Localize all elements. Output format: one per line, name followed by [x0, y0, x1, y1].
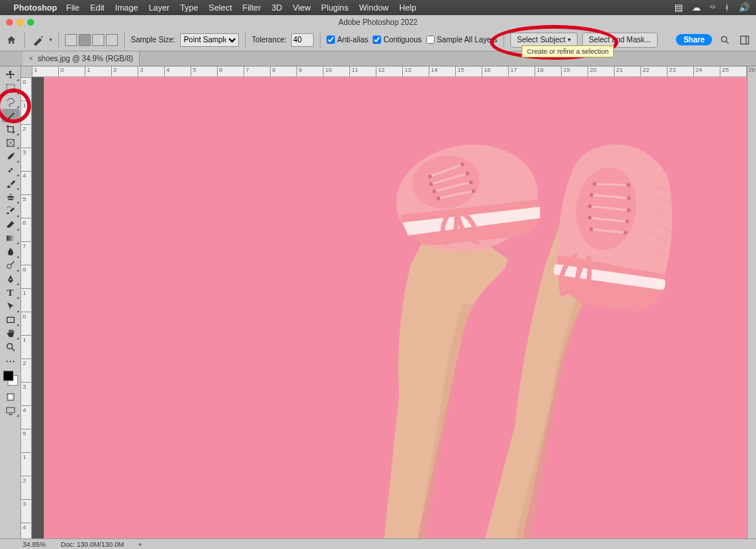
vertical-ruler[interactable]: 01234567810123451234: [21, 77, 32, 538]
marquee-tool[interactable]: [2, 82, 20, 95]
svg-line-1: [727, 41, 729, 43]
svg-point-15: [7, 343, 12, 349]
frame-tool[interactable]: [2, 136, 20, 150]
hand-tool[interactable]: [2, 327, 20, 340]
document-tab-bar: × shoes.jpg @ 34.9% (RGB/8): [0, 51, 756, 67]
selection-add[interactable]: [79, 34, 91, 46]
menu-type[interactable]: Type: [180, 3, 198, 12]
menu-view[interactable]: View: [293, 3, 311, 12]
volume-icon[interactable]: 🔊: [739, 2, 750, 13]
wifi-icon[interactable]: ⌔: [710, 2, 715, 13]
rectangle-tool[interactable]: [2, 313, 20, 327]
zoom-window-button[interactable]: [27, 19, 34, 26]
home-icon[interactable]: [5, 33, 18, 47]
options-bar: ▾ Sample Size: Point Sample Tolerance: A…: [0, 29, 756, 51]
horizontal-ruler[interactable]: 1012345678910111213141516171819202122232…: [32, 67, 747, 77]
cloud-icon[interactable]: ☁: [692, 2, 701, 13]
healing-tool[interactable]: [2, 163, 20, 177]
clone-stamp-tool[interactable]: [2, 191, 20, 204]
close-tab-icon[interactable]: ×: [29, 54, 33, 63]
svg-rect-2: [741, 36, 749, 44]
anti-alias-checkbox[interactable]: Anti-alias: [327, 36, 368, 44]
sample-size-select[interactable]: Point Sample: [180, 33, 239, 47]
document-image[interactable]: [44, 77, 747, 538]
path-selection-tool[interactable]: [2, 299, 20, 313]
selection-subtract[interactable]: [92, 34, 104, 46]
zoom-level[interactable]: 34.85%: [23, 541, 46, 548]
mac-menu-bar: Photoshop File Edit Image Layer Type Sel…: [0, 0, 756, 15]
tooltip: Create or refine a selection: [522, 45, 614, 57]
contiguous-checkbox[interactable]: Contiguous: [373, 36, 422, 44]
tool-preset-icon[interactable]: [31, 33, 45, 47]
tools-panel: T ⋯: [0, 67, 21, 538]
menu-image[interactable]: Image: [115, 3, 138, 12]
svg-rect-14: [7, 318, 14, 323]
tolerance-label: Tolerance:: [252, 36, 287, 44]
selection-intersect[interactable]: [106, 34, 118, 46]
menu-help[interactable]: Help: [399, 3, 417, 12]
color-swatch[interactable]: [3, 371, 18, 386]
eraser-tool[interactable]: [2, 218, 20, 231]
menu-select[interactable]: Select: [209, 3, 232, 12]
status-bar: 34.85% Doc: 130.0M/130.0M ▸: [0, 538, 756, 549]
dodge-tool[interactable]: [2, 259, 20, 272]
zoom-tool[interactable]: [2, 340, 20, 354]
gradient-tool[interactable]: [2, 231, 20, 245]
menu-layer[interactable]: Layer: [149, 3, 170, 12]
move-tool[interactable]: [2, 68, 20, 82]
status-icon[interactable]: ▤: [674, 2, 683, 13]
brush-tool[interactable]: [2, 177, 20, 191]
document-tab[interactable]: × shoes.jpg @ 34.9% (RGB/8): [23, 51, 140, 66]
doc-size[interactable]: Doc: 130.0M/130.0M: [61, 541, 125, 548]
search-icon[interactable]: [718, 33, 732, 47]
share-button[interactable]: Share: [676, 34, 712, 45]
tolerance-input[interactable]: [291, 33, 314, 47]
svg-point-12: [7, 264, 11, 268]
document-tab-label: shoes.jpg @ 34.9% (RGB/8): [38, 54, 133, 63]
window-titlebar: Adobe Photoshop 2022: [0, 15, 756, 29]
svg-rect-11: [6, 236, 14, 241]
edit-toolbar-button[interactable]: ⋯: [2, 354, 20, 368]
svg-rect-4: [6, 85, 14, 93]
svg-line-16: [11, 349, 14, 352]
quick-mask-button[interactable]: [2, 390, 20, 404]
bluetooth-icon[interactable]: ᚼ: [724, 2, 730, 13]
menu-filter[interactable]: Filter: [243, 3, 261, 12]
app-name[interactable]: Photoshop: [14, 3, 57, 12]
svg-rect-19: [6, 408, 14, 413]
crop-tool[interactable]: [2, 123, 20, 136]
blur-tool[interactable]: [2, 245, 20, 259]
menu-file[interactable]: File: [66, 3, 79, 12]
selection-new[interactable]: [65, 34, 77, 46]
menu-plugins[interactable]: Plugins: [321, 3, 349, 12]
history-brush-tool[interactable]: [2, 204, 20, 218]
menu-3d[interactable]: 3D: [271, 3, 282, 12]
type-tool[interactable]: T: [2, 286, 20, 299]
svg-point-18: [8, 395, 13, 399]
svg-point-0: [721, 36, 727, 42]
workspace-icon[interactable]: [738, 33, 751, 47]
sample-all-layers-checkbox[interactable]: Sample All Layers: [426, 36, 497, 44]
menu-edit[interactable]: Edit: [90, 3, 104, 12]
pen-tool[interactable]: [2, 272, 20, 286]
window-title: Adobe Photoshop 2022: [339, 18, 418, 26]
lasso-tool[interactable]: [2, 95, 20, 109]
close-window-button[interactable]: [6, 19, 13, 26]
panel-dock-strip[interactable]: [747, 67, 756, 538]
magic-wand-tool[interactable]: [2, 109, 20, 123]
sample-size-label: Sample Size:: [131, 36, 175, 44]
svg-line-13: [11, 262, 14, 265]
menu-window[interactable]: Window: [359, 3, 389, 12]
eyedropper-tool[interactable]: [2, 150, 20, 163]
canvas-area[interactable]: [32, 77, 747, 538]
screen-mode-button[interactable]: [2, 404, 20, 417]
selection-mode-group: [65, 34, 118, 46]
minimize-window-button[interactable]: [17, 19, 23, 26]
